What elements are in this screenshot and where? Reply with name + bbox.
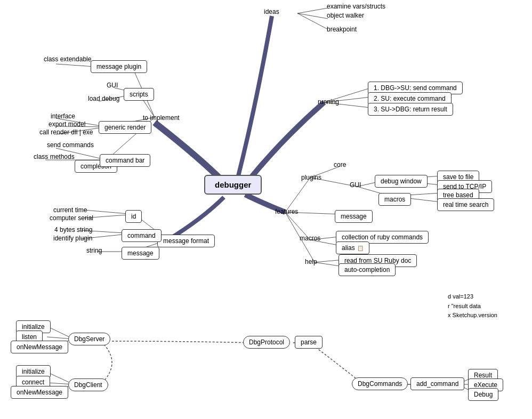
command-bar-box: command bar — [100, 154, 150, 167]
message-node-box: message — [122, 247, 159, 260]
generic-render-box: generic render — [99, 121, 151, 134]
features-label: features — [275, 208, 298, 215]
d-val-note: d val=123 — [448, 292, 497, 302]
examine-vars-label: examine vars/structs — [327, 3, 385, 10]
auto-completion-box: auto-completion — [338, 263, 396, 276]
string-label: string — [86, 247, 102, 254]
svg-line-20 — [285, 178, 310, 212]
debug-cmd-box: Debug — [468, 388, 498, 401]
current-time-label: current time — [53, 206, 87, 214]
export-model-label: export model — [49, 120, 85, 128]
computer-serial-label: computer serial — [50, 214, 93, 222]
message-feat-box: message — [335, 210, 373, 223]
onnewmessage-s-box: onNewMessage — [11, 341, 68, 353]
interface-label: interface — [51, 112, 75, 120]
main-node: debugger — [204, 175, 262, 195]
mindmap-container: debugger ideas examine vars/structs obje… — [0, 0, 532, 419]
dbgclient-box: DbgClient — [68, 378, 108, 391]
class-extendable-label: class extendable — [44, 55, 91, 63]
id-box: id — [125, 210, 142, 223]
dbgcommands-box: DbgCommands — [352, 377, 408, 390]
running-label: running — [318, 98, 339, 106]
svg-line-1 — [297, 13, 328, 19]
debugger-label: debugger — [204, 175, 262, 195]
parse-box: parse — [295, 336, 323, 349]
dbgserver-box: DbgServer — [68, 333, 110, 345]
scripts-box: scripts — [124, 88, 154, 101]
four-bytes-label: 4 bytes string — [54, 226, 92, 233]
su-dbg-box: 3. SU->DBG: return result — [368, 103, 453, 116]
macros-gui-box: macros — [378, 193, 411, 206]
side-notes: d val=123 r "result data x Sketchup.vers… — [448, 292, 497, 320]
object-walker-label: object walker — [327, 12, 364, 19]
message-format-box: message format — [157, 235, 215, 247]
gui-scripts-label: GUI — [107, 82, 118, 89]
svg-line-2 — [297, 13, 328, 29]
debug-window-box: debug window — [375, 175, 428, 188]
gui-plugin-label: GUI — [350, 181, 361, 189]
dbgprotocol-box: DbgProtocol — [243, 336, 290, 349]
onnewmessage-c-box: onNewMessage — [11, 386, 68, 399]
r-result-note: r "result data — [448, 302, 497, 311]
identify-plugin-label: identify plugin — [53, 235, 92, 242]
message-plugin-box: message plugin — [91, 60, 147, 73]
plugins-label: plugins — [301, 174, 321, 181]
command-box: command — [122, 229, 162, 242]
breakpoint-label: breakpoint — [327, 26, 357, 33]
send-commands-label: send commands — [47, 141, 94, 149]
help-label: help — [305, 258, 317, 265]
load-debug-label: load debug — [88, 95, 119, 102]
alias-box: alias 📋 — [336, 241, 369, 254]
real-time-search-box: real time search — [437, 198, 494, 211]
macros-feat-label: macros — [300, 235, 320, 242]
x-sketchup-note: x Sketchup.version — [448, 311, 497, 320]
to-implement-label: to implement — [143, 114, 180, 122]
core-label: core — [334, 161, 346, 168]
ideas-label: ideas — [264, 8, 279, 15]
class-methods-label: class methods — [34, 153, 75, 160]
call-render-label: call render dll | exe — [39, 128, 93, 136]
svg-line-0 — [297, 8, 328, 13]
add-command-box: add_command — [410, 377, 464, 390]
